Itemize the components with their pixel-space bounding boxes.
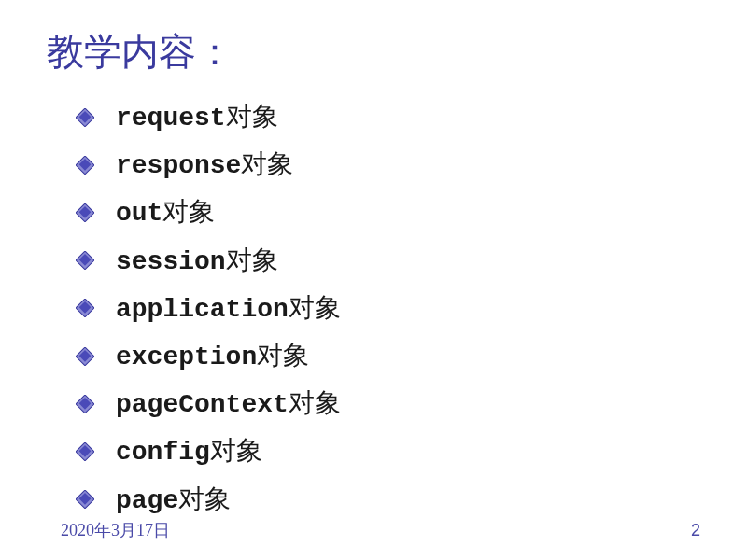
- item-mono: out: [116, 199, 162, 228]
- item-cjk: 对象: [210, 436, 262, 465]
- slide-container: 教学内容： request对象 response对象: [0, 0, 747, 560]
- item-cjk: 对象: [178, 484, 231, 513]
- diamond-bullet-icon: [75, 489, 95, 510]
- item-mono: response: [116, 151, 241, 180]
- list-item-text: out对象: [116, 193, 215, 231]
- item-mono: session: [116, 247, 226, 276]
- list-item-text: response对象: [116, 146, 293, 184]
- list-item: request对象: [75, 98, 700, 136]
- bullet-list: request对象 response对象 out对象: [47, 98, 700, 519]
- item-mono: config: [116, 438, 210, 467]
- diamond-bullet-icon: [75, 346, 95, 367]
- item-cjk: 对象: [289, 293, 341, 322]
- list-item: page对象: [75, 481, 700, 519]
- list-item-text: session对象: [116, 242, 278, 280]
- list-item: exception对象: [75, 337, 700, 375]
- diamond-bullet-icon: [75, 203, 95, 223]
- item-mono: request: [116, 104, 226, 133]
- item-cjk: 对象: [289, 388, 341, 417]
- footer: 2020年3月17日 2: [61, 519, 700, 541]
- list-item-text: pageContext对象: [116, 385, 341, 423]
- footer-page-number: 2: [691, 521, 700, 540]
- list-item: pageContext对象: [75, 385, 700, 423]
- list-item: out对象: [75, 193, 700, 231]
- item-cjk: 对象: [226, 245, 278, 274]
- list-item: response对象: [75, 146, 700, 184]
- list-item: config对象: [75, 432, 700, 470]
- diamond-bullet-icon: [75, 441, 95, 462]
- item-mono: page: [116, 486, 178, 515]
- item-cjk: 对象: [226, 102, 278, 131]
- diamond-bullet-icon: [75, 250, 95, 271]
- item-cjk: 对象: [257, 341, 309, 370]
- list-item-text: request对象: [116, 98, 278, 136]
- item-cjk: 对象: [241, 149, 293, 178]
- item-mono: exception: [116, 343, 257, 371]
- list-item: session对象: [75, 242, 700, 280]
- list-item-text: config对象: [116, 432, 262, 470]
- diamond-bullet-icon: [75, 107, 95, 128]
- list-item: application对象: [75, 289, 700, 328]
- list-item-text: application对象: [116, 289, 341, 328]
- list-item-text: page对象: [116, 481, 231, 519]
- diamond-bullet-icon: [75, 394, 95, 414]
- list-item-text: exception对象: [116, 337, 309, 375]
- item-mono: pageContext: [116, 390, 289, 419]
- footer-date: 2020年3月17日: [61, 519, 170, 541]
- item-cjk: 对象: [162, 197, 215, 226]
- diamond-bullet-icon: [75, 155, 95, 175]
- item-mono: application: [116, 295, 289, 324]
- diamond-bullet-icon: [75, 298, 95, 318]
- slide-title: 教学内容：: [47, 26, 700, 77]
